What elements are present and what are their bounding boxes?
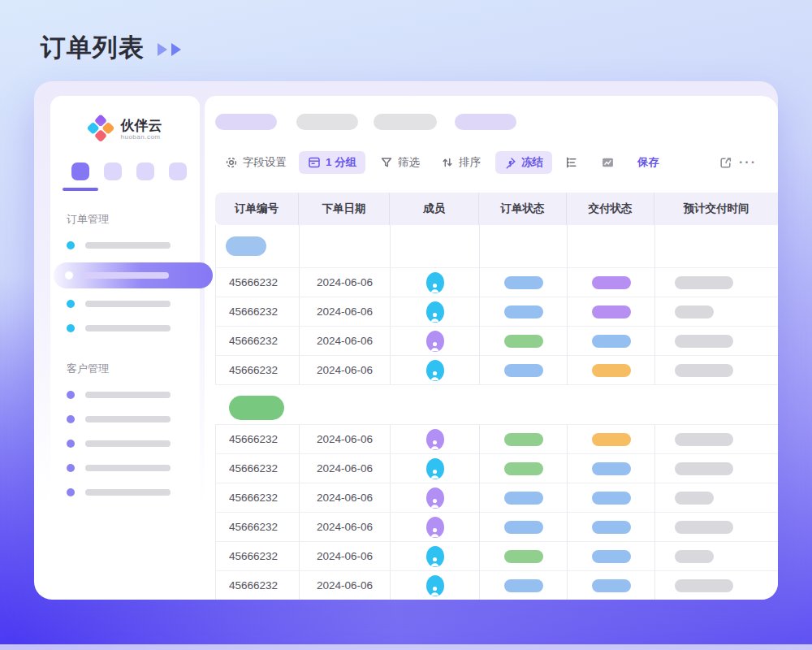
eta-cell bbox=[655, 542, 778, 570]
skeleton-pill bbox=[455, 114, 516, 130]
eta-placeholder-pill bbox=[675, 521, 733, 534]
filter-label: 筛选 bbox=[398, 155, 420, 170]
order-status-cell bbox=[480, 268, 568, 297]
eta-cell bbox=[655, 513, 778, 541]
sidebar-item[interactable] bbox=[50, 233, 200, 258]
member-avatar bbox=[426, 272, 444, 293]
delivery-status-cell bbox=[568, 297, 655, 326]
eta-cell bbox=[655, 297, 778, 326]
table-row[interactable]: 456662322024-06-06 bbox=[215, 297, 778, 327]
arrow-right-icon bbox=[171, 43, 181, 56]
delivery-status-cell bbox=[568, 425, 655, 453]
group-label: 1 分组 bbox=[326, 155, 356, 170]
order-status-pill bbox=[504, 276, 543, 289]
sidebar-section: 订单管理 bbox=[50, 212, 200, 340]
arrow-right-icon bbox=[158, 43, 167, 56]
column-header[interactable]: 成员 bbox=[390, 193, 479, 225]
member-avatar bbox=[426, 488, 444, 509]
order-number-cell: 45666232 bbox=[216, 483, 300, 512]
order-status-pill bbox=[504, 521, 543, 534]
eta-cell bbox=[655, 571, 778, 600]
row-structure-button[interactable] bbox=[564, 156, 578, 170]
table-row[interactable]: 456662322024-06-06 bbox=[215, 268, 778, 297]
table-row[interactable]: 456662322024-06-06 bbox=[215, 454, 778, 483]
main-panel: 字段设置 1 分组 筛选 排序 bbox=[205, 96, 778, 600]
sidebar-tab[interactable] bbox=[169, 162, 187, 180]
delivery-status-pill bbox=[592, 550, 631, 563]
sidebar-item[interactable] bbox=[50, 292, 200, 316]
structure-icon bbox=[564, 156, 578, 170]
delivery-status-pill bbox=[592, 276, 631, 289]
skeleton-pill bbox=[374, 114, 437, 130]
member-cell bbox=[391, 513, 480, 541]
order-date-cell: 2024-06-06 bbox=[300, 454, 391, 483]
column-header[interactable]: 订单状态 bbox=[479, 193, 567, 225]
freeze-label: 冻结 bbox=[521, 155, 543, 170]
chart-view-button[interactable] bbox=[601, 156, 615, 170]
column-header[interactable]: 订单编号 bbox=[215, 193, 299, 225]
item-label-placeholder bbox=[84, 272, 169, 279]
table-row[interactable]: 456662322024-06-06 bbox=[215, 425, 778, 454]
member-cell bbox=[391, 571, 480, 600]
item-label-placeholder bbox=[85, 301, 171, 307]
sidebar: 伙伴云 huoban.com 订单管理 客户管理 bbox=[50, 96, 200, 600]
sidebar-item[interactable] bbox=[50, 456, 200, 480]
delivery-status-cell bbox=[568, 268, 655, 297]
order-status-pill bbox=[504, 364, 543, 377]
table-row[interactable]: 456662322024-06-06 bbox=[215, 356, 778, 385]
item-label-placeholder bbox=[85, 416, 171, 422]
group-button[interactable]: 1 分组 bbox=[299, 151, 365, 174]
group-cell bbox=[480, 225, 568, 267]
gear-icon bbox=[225, 156, 238, 169]
sidebar-item[interactable] bbox=[50, 431, 200, 456]
sidebar-item[interactable] bbox=[50, 407, 200, 431]
skeleton-pill bbox=[296, 114, 358, 130]
sidebar-tab[interactable] bbox=[136, 162, 154, 180]
group-cell bbox=[655, 225, 778, 267]
table-row[interactable]: 456662322024-06-06 bbox=[215, 571, 778, 600]
order-status-pill bbox=[504, 579, 543, 592]
order-number-cell: 45666232 bbox=[216, 513, 300, 541]
table-row[interactable]: 456662322024-06-06 bbox=[215, 327, 778, 356]
sidebar-section: 客户管理 bbox=[50, 362, 200, 505]
sort-button[interactable]: 排序 bbox=[441, 155, 481, 170]
table-row[interactable]: 456662322024-06-06 bbox=[215, 513, 778, 542]
column-header[interactable]: 预计交付时间 bbox=[654, 193, 778, 225]
delivery-status-cell bbox=[568, 454, 655, 483]
member-cell bbox=[391, 542, 480, 570]
table-row[interactable]: 456662322024-06-06 bbox=[215, 483, 778, 513]
table-header-row: 订单编号下单日期成员订单状态交付状态预计交付时间 bbox=[215, 193, 778, 225]
delivery-status-cell bbox=[568, 356, 655, 384]
share-button[interactable] bbox=[719, 156, 732, 170]
member-cell bbox=[391, 268, 480, 297]
sidebar-tab[interactable] bbox=[104, 162, 122, 180]
table-row[interactable]: 456662322024-06-06 bbox=[215, 542, 778, 571]
order-status-cell bbox=[480, 454, 568, 483]
group-header-row[interactable] bbox=[215, 225, 778, 268]
eta-placeholder-pill bbox=[675, 335, 733, 348]
eta-cell bbox=[655, 268, 778, 297]
freeze-button[interactable]: 冻结 bbox=[495, 151, 552, 174]
eta-placeholder-pill bbox=[675, 306, 714, 318]
group-header-row[interactable] bbox=[215, 392, 778, 425]
more-button[interactable]: ··· bbox=[739, 155, 757, 170]
sidebar-item-active[interactable] bbox=[54, 262, 213, 288]
sidebar-item[interactable] bbox=[50, 383, 200, 407]
sidebar-tab-active[interactable] bbox=[71, 162, 89, 180]
sidebar-item[interactable] bbox=[50, 480, 200, 505]
eta-cell bbox=[655, 454, 778, 483]
member-avatar bbox=[426, 301, 444, 323]
eta-cell bbox=[655, 356, 778, 384]
member-cell bbox=[391, 356, 480, 384]
filter-button[interactable]: 筛选 bbox=[380, 155, 420, 170]
eta-placeholder-pill bbox=[675, 579, 733, 592]
column-header[interactable]: 下单日期 bbox=[299, 193, 390, 225]
save-button[interactable]: 保存 bbox=[637, 155, 659, 170]
order-status-pill bbox=[504, 462, 543, 475]
app-window-card: 伙伴云 huoban.com 订单管理 客户管理 字段设置 bbox=[34, 81, 778, 600]
sidebar-item[interactable] bbox=[50, 316, 200, 340]
field-settings-button[interactable]: 字段设置 bbox=[225, 155, 287, 170]
item-label-placeholder bbox=[85, 392, 171, 398]
column-header[interactable]: 交付状态 bbox=[567, 193, 654, 225]
order-status-cell bbox=[480, 483, 568, 512]
